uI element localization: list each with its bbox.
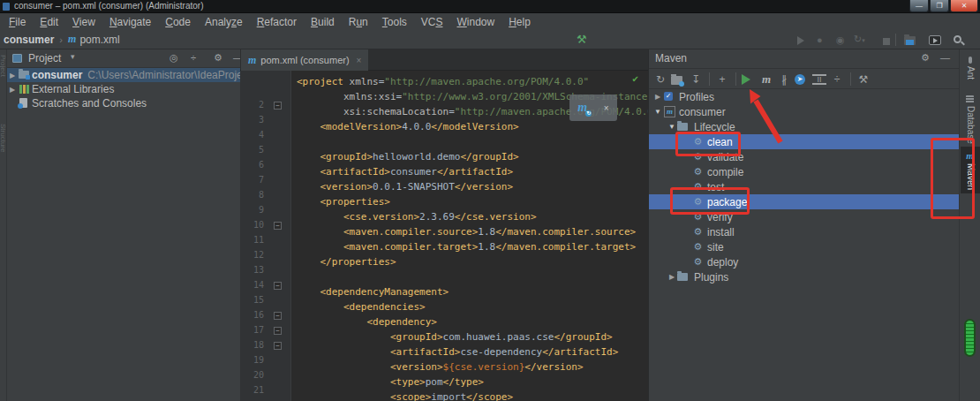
code-line-10[interactable]: <properties>	[297, 194, 390, 209]
editor-tab-pomxml[interactable]: m pom.xml (consumer) ×	[241, 49, 368, 71]
code-line-14[interactable]: </properties>	[297, 254, 396, 269]
expand-arrow-icon[interactable]: ▼	[667, 123, 677, 131]
menu-file[interactable]: File	[2, 15, 33, 29]
run-toolwindow-icon[interactable]	[929, 35, 941, 45]
code-line-5[interactable]: <modelVersion>4.0.0</modelVersion>	[297, 119, 519, 134]
locate-file-icon[interactable]: ◎	[170, 52, 178, 64]
maven-node-site[interactable]: ⚙site	[649, 239, 959, 254]
stripe-tab-structure[interactable]: Structure	[0, 124, 7, 152]
reimport-icon[interactable]: ↻	[653, 72, 667, 87]
fold-marker-icon[interactable]: −	[274, 312, 282, 320]
project-item-external-libraries[interactable]: ▶External Libraries	[7, 82, 240, 96]
collapse-all-icon[interactable]: ÷	[830, 72, 844, 87]
offline-mode-icon[interactable]: ➤	[795, 74, 805, 85]
maven-node-profiles[interactable]: ▶Profiles	[649, 89, 959, 104]
menu-run[interactable]: Run	[342, 15, 375, 29]
collapse-all-icon[interactable]: ÷	[191, 52, 196, 63]
fold-marker-icon[interactable]: −	[274, 282, 282, 290]
maven-node-test[interactable]: ⚙test	[649, 179, 959, 194]
breadcrumb-project[interactable]: consumer	[4, 34, 54, 46]
maven-reload-icon[interactable]: m↻	[577, 101, 587, 115]
code-line-17[interactable]: <dependencies>	[297, 299, 426, 314]
show-dependencies-icon[interactable]: II	[812, 74, 826, 85]
build-hammer-icon[interactable]: ⚒	[577, 33, 587, 46]
maven-node-deploy[interactable]: ⚙deploy	[649, 254, 959, 269]
maximize-button[interactable]: ❐	[930, 0, 949, 12]
project-structure-icon[interactable]	[904, 36, 916, 45]
menu-code[interactable]: Code	[158, 15, 198, 29]
minimize-button[interactable]: —	[909, 0, 929, 12]
code-line-21[interactable]: <version>${cse.version}</version>	[297, 359, 584, 375]
profiler-button[interactable]: ↻▾	[854, 34, 865, 45]
stripe-tab-project[interactable]: Project	[0, 55, 7, 77]
fold-marker-icon[interactable]: −	[274, 342, 282, 350]
menu-refactor[interactable]: Refactor	[250, 15, 304, 29]
expand-arrow-icon[interactable]: ▼	[652, 108, 663, 116]
menu-edit[interactable]: Edit	[33, 15, 65, 29]
chevron-down-icon[interactable]: ▾	[71, 52, 75, 61]
run-maven-build-icon[interactable]	[742, 74, 750, 85]
settings-gear-icon[interactable]: ⚙	[214, 52, 222, 64]
code-line-18[interactable]: <dependency>	[297, 314, 437, 329]
breadcrumb-file[interactable]: pom.xml	[79, 34, 119, 46]
stop-button[interactable]	[883, 35, 890, 48]
dismiss-popup-icon[interactable]: ×	[604, 103, 609, 113]
inspections-ok-icon[interactable]: ✔	[632, 74, 639, 84]
maven-node-plugins[interactable]: ▶Plugins	[649, 269, 959, 284]
close-button[interactable]: ✕	[950, 0, 978, 12]
code-line-12[interactable]: <maven.compiler.source>1.8</maven.compil…	[297, 224, 636, 239]
hide-panel-icon[interactable]: —	[940, 52, 950, 63]
maven-node-install[interactable]: ⚙install	[649, 224, 959, 239]
project-panel-title[interactable]: Project	[28, 52, 61, 64]
close-tab-icon[interactable]: ×	[357, 56, 362, 65]
add-maven-project-icon[interactable]: +	[715, 72, 729, 87]
search-everywhere-icon[interactable]	[954, 35, 961, 43]
expand-arrow-icon[interactable]: ▶	[7, 72, 18, 79]
stripe-tab-database[interactable]: Database	[961, 92, 980, 148]
expand-arrow-icon[interactable]: ▶	[667, 273, 677, 281]
code-line-13[interactable]: <maven.compiler.target>1.8</maven.compil…	[297, 239, 636, 254]
code-line-9[interactable]: <version>0.0.1-SNAPSHOT</version>	[297, 179, 513, 194]
menu-tools[interactable]: Tools	[375, 15, 414, 29]
download-sources-icon[interactable]: ↧	[689, 72, 703, 87]
menu-window[interactable]: Window	[449, 15, 501, 29]
code-line-23[interactable]: <scope>import</scope>	[297, 390, 513, 401]
generate-sources-icon[interactable]	[671, 76, 682, 85]
menu-vcs[interactable]: VCS	[414, 15, 450, 29]
maven-node-consumer[interactable]: ▼consumer	[649, 104, 959, 119]
maven-node-compile[interactable]: ⚙compile	[649, 164, 959, 179]
maven-node-package[interactable]: ⚙package	[649, 194, 959, 209]
execute-goal-icon[interactable]: m	[759, 72, 773, 87]
maven-reload-popup[interactable]: m↻ ×	[569, 95, 617, 121]
code-line-22[interactable]: <type>pom</type>	[297, 375, 484, 390]
maven-node-verify[interactable]: ⚙verify	[649, 209, 959, 224]
run-button[interactable]	[797, 35, 804, 48]
menu-navigate[interactable]: Navigate	[102, 15, 158, 29]
stripe-tab-ant[interactable]: Ant	[961, 53, 980, 83]
maven-settings-icon[interactable]: ⚒	[856, 72, 871, 87]
maven-node-lifecycle[interactable]: ▼Lifecycle	[649, 119, 959, 134]
hide-panel-icon[interactable]: —	[233, 52, 240, 63]
settings-gear-icon[interactable]: ⚙	[921, 52, 930, 64]
maven-node-clean[interactable]: ⚙clean	[649, 134, 959, 149]
menu-view[interactable]: View	[65, 15, 102, 29]
code-line-20[interactable]: <artifactId>cse-dependency</artifactId>	[297, 344, 618, 359]
stripe-tab-maven[interactable]: mMaven	[961, 147, 980, 193]
menu-analyze[interactable]: Analyze	[198, 15, 250, 29]
code-line-19[interactable]: <groupId>com.huawei.paas.cse</groupId>	[297, 329, 613, 344]
code-line-11[interactable]: <cse.version>2.3.69</cse.version>	[297, 209, 537, 224]
code-line-16[interactable]: <dependencyManagement>	[297, 284, 449, 299]
skip-tests-icon[interactable]: ∦	[777, 72, 791, 87]
project-item-consumer[interactable]: ▶consumerC:\Users\Administrator\IdeaProj…	[7, 68, 240, 82]
code-line-2[interactable]: <project xmlns="http://maven.apache.org/…	[297, 74, 589, 89]
expand-arrow-icon[interactable]: ▶	[652, 93, 663, 101]
fold-marker-icon[interactable]: −	[274, 222, 282, 230]
fold-marker-icon[interactable]: −	[274, 327, 282, 335]
code-line-7[interactable]: <groupId>helloworld.demo</groupId>	[297, 149, 519, 164]
debug-button[interactable]: ●	[817, 34, 823, 45]
menu-build[interactable]: Build	[304, 15, 342, 29]
fold-marker-icon[interactable]: −	[274, 102, 282, 110]
coverage-button[interactable]: ◉	[836, 34, 845, 46]
project-item-scratches-and-consoles[interactable]: Scratches and Consoles	[7, 96, 240, 110]
code-line-8[interactable]: <artifactId>consumer</artifactId>	[297, 164, 513, 179]
